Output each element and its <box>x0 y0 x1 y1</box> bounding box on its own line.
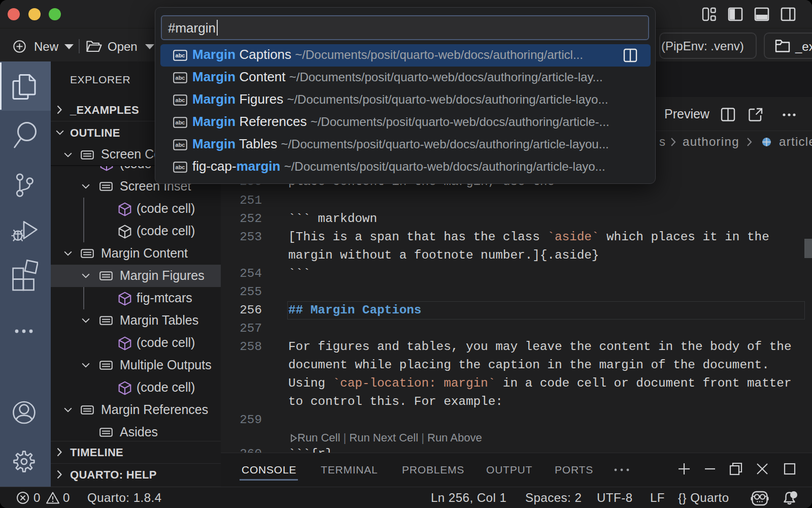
svg-text:abc: abc <box>176 52 185 58</box>
svg-text:abc: abc <box>176 75 185 81</box>
svg-text:abc: abc <box>176 142 185 148</box>
svg-text:abc: abc <box>176 97 185 103</box>
svg-text:abc: abc <box>176 164 185 170</box>
svg-text:abc: abc <box>176 119 185 125</box>
